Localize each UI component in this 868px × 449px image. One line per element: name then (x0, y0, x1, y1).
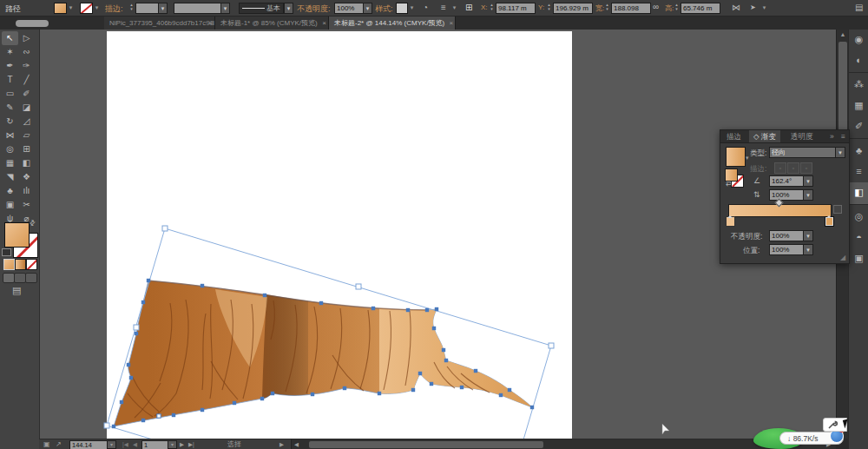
stop-opacity-dropdown-icon[interactable]: ▾ (803, 230, 813, 241)
anchor-point[interactable] (319, 301, 323, 305)
aspect-ratio-field[interactable]: 100% (769, 189, 806, 201)
x-field[interactable]: 98.117 m (496, 3, 536, 14)
draw-normal-mode-button[interactable] (3, 273, 15, 283)
style-swatch[interactable] (396, 3, 408, 14)
location-dropdown-icon[interactable]: ▾ (803, 244, 813, 255)
appearance-panel-icon[interactable]: ◓ (849, 228, 868, 247)
gradient-stop-left[interactable] (726, 216, 735, 227)
close-icon[interactable]: × (208, 17, 213, 30)
panel-resize-grip[interactable]: ◢ (840, 254, 845, 261)
anchor-point[interactable] (425, 308, 429, 312)
selection-tool[interactable]: ↖ (2, 31, 18, 45)
anchor-point[interactable] (135, 332, 138, 335)
width-profile-dropdown-icon[interactable]: ▾ (220, 3, 230, 14)
anchor-point[interactable] (411, 388, 415, 392)
opacity-dropdown-icon[interactable]: ▾ (363, 3, 372, 14)
blend-tool[interactable]: ❖ (18, 170, 35, 184)
stroke-within-button[interactable]: ▫ (774, 162, 786, 174)
anchor-point[interactable] (343, 386, 346, 390)
anchor-point[interactable] (430, 382, 433, 386)
anchor-point[interactable] (435, 307, 438, 311)
paintbrush-tool[interactable]: ✐ (18, 87, 35, 101)
slice-tool[interactable]: ✂ (18, 198, 35, 212)
anchor-point[interactable] (129, 376, 133, 380)
document-setup-icon[interactable]: ◔ (423, 3, 428, 13)
anchor-point[interactable] (127, 363, 130, 366)
isolate-selection-icon[interactable]: ➤ (750, 3, 756, 13)
stroke-along-button[interactable]: ▫ (787, 162, 799, 174)
height-stepper[interactable]: ▴▾ (674, 3, 680, 12)
fill-color-proxy[interactable] (4, 222, 30, 248)
anchor-point[interactable] (444, 359, 448, 362)
rectangle-tool[interactable]: ▭ (2, 87, 18, 101)
artboard-dropdown-icon[interactable]: ▾ (168, 440, 177, 449)
scroll-left-icon[interactable]: ◀ (294, 440, 299, 449)
swatches-panel-icon[interactable]: ▦ (849, 96, 868, 115)
screen-mode-icon[interactable]: ▤ (12, 285, 21, 296)
eyedropper-tool[interactable]: ◥ (2, 170, 18, 184)
type-tool[interactable]: T (2, 73, 18, 87)
stroke-weight-dropdown-icon[interactable]: ▾ (158, 3, 168, 14)
document-tab[interactable]: 未标题-1* @ 85% (CMYK/预览) × (215, 17, 329, 30)
width-stepper[interactable]: ▴▾ (604, 3, 610, 12)
x-stepper[interactable]: ▴▾ (489, 3, 495, 12)
stroke-panel-icon[interactable]: ≡ (849, 162, 868, 181)
anchor-point[interactable] (120, 400, 123, 404)
horizontal-scroll-thumb[interactable] (309, 441, 543, 448)
anchor-point[interactable] (372, 307, 375, 310)
bbox-handle[interactable] (104, 423, 109, 428)
document-tab[interactable]: 未标题-2* @ 144.14% (CMYK/预览) × (329, 17, 456, 30)
anchor-point[interactable] (233, 401, 236, 405)
column-graph-tool[interactable]: ılı (18, 184, 35, 198)
panel-menu-icon[interactable]: ≡ (837, 130, 850, 142)
tab-gradient[interactable]: ◇ 渐变 (749, 130, 780, 142)
opacity-label[interactable]: 不透明度: (297, 3, 331, 15)
gradient-type-select[interactable]: 径向 (769, 147, 838, 158)
anchor-point[interactable] (474, 369, 477, 373)
default-fill-stroke-icon[interactable] (2, 248, 11, 256)
mesh-tool[interactable]: ▦ (2, 156, 18, 170)
lasso-tool[interactable]: ∾ (18, 45, 35, 59)
aspect-dropdown-icon[interactable]: ▾ (803, 189, 813, 201)
anchor-point[interactable] (141, 300, 145, 304)
anchor-point[interactable] (311, 393, 314, 396)
scale-tool[interactable]: ◿ (18, 115, 35, 129)
width-field[interactable]: 188.098 (611, 3, 651, 14)
anchor-point[interactable] (508, 388, 511, 392)
status-expand-icon[interactable]: ▶ (279, 440, 284, 449)
angle-dropdown-icon[interactable]: ▾ (803, 175, 813, 187)
zoom-level-field[interactable]: 144.14 (69, 440, 108, 449)
perspective-grid-tool[interactable]: ⊞ (18, 142, 35, 156)
bbox-handle[interactable] (162, 226, 168, 231)
artboard-tool[interactable]: ▣ (2, 198, 18, 212)
pen-tool[interactable]: ✒ (2, 59, 18, 73)
bbox-handle[interactable] (356, 284, 361, 289)
stroke-dropdown-icon[interactable]: ▾ (93, 3, 101, 12)
symbol-sprayer-tool[interactable]: ♣ (2, 184, 18, 198)
stroke-color-swatch[interactable] (80, 3, 93, 14)
gradient-annotator-icon[interactable] (833, 205, 842, 214)
pencil-tool[interactable]: ✎ (2, 101, 18, 115)
gradient-tool[interactable]: ◧ (18, 156, 35, 170)
scroll-up-icon[interactable]: ▲ (837, 31, 849, 37)
align-icon[interactable]: ≡ (441, 3, 446, 13)
pattern-panel-icon[interactable]: ⁂ (849, 75, 868, 94)
y-stepper[interactable]: ▴▾ (546, 3, 552, 12)
style-dropdown-icon[interactable]: ▾ (408, 3, 416, 12)
fill-color-swatch[interactable] (54, 3, 67, 14)
status-artboard-icon[interactable]: ▣ (43, 440, 50, 449)
brushes-panel-icon[interactable]: ✐ (849, 116, 868, 139)
status-export-icon[interactable]: ↗ (56, 440, 62, 449)
gradient-swatch-dropdown-icon[interactable]: ▾ (746, 155, 749, 162)
color-panel-icon[interactable]: ◉ (849, 30, 868, 49)
location-field[interactable]: 100% (769, 244, 806, 255)
gradient-stop-right[interactable] (825, 216, 834, 227)
draw-behind-mode-button[interactable] (14, 273, 26, 283)
angle-field[interactable]: 162.4° (769, 175, 806, 187)
width-profile-field[interactable] (174, 3, 224, 14)
stroke-weight-stepper[interactable]: ▴▾ (128, 3, 135, 12)
anchor-point[interactable] (112, 425, 115, 428)
first-artboard-icon[interactable]: |◀ (122, 440, 128, 449)
isolate-dropdown-icon[interactable]: ▾ (760, 3, 768, 12)
opacity-field[interactable]: 100% (334, 3, 365, 14)
